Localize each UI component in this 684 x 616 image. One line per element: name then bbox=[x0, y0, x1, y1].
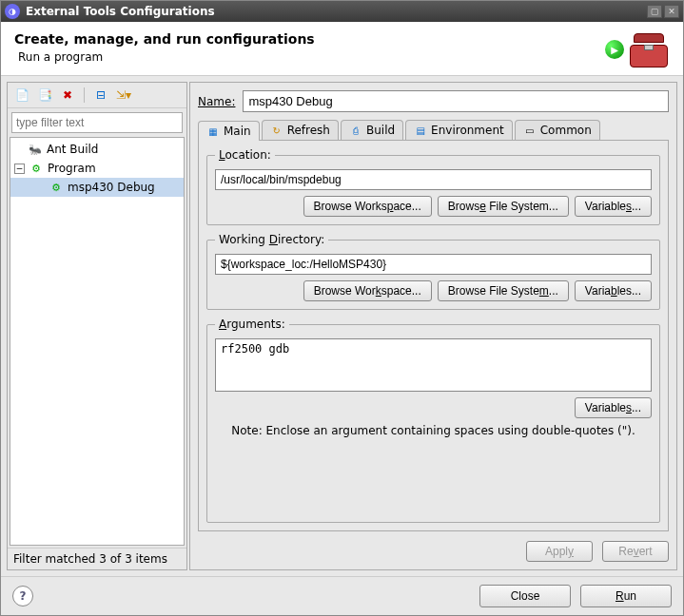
name-input[interactable] bbox=[243, 90, 669, 112]
apply-button[interactable]: Apply bbox=[526, 541, 593, 562]
window-title: External Tools Configurations bbox=[26, 5, 645, 18]
location-group: Location: Browse Workspace... Browse Fil… bbox=[206, 148, 660, 225]
name-row: Name: bbox=[198, 90, 669, 112]
workdir-browse-workspace-button[interactable]: Browse Workspace... bbox=[303, 280, 432, 301]
arguments-group: Arguments: Variables... Note: Enclose an… bbox=[206, 318, 660, 523]
working-dir-buttons: Browse Workspace... Browse File System..… bbox=[215, 280, 652, 301]
tab-label: Environment bbox=[431, 124, 504, 137]
arguments-note: Note: Enclose an argument containing spa… bbox=[215, 424, 652, 437]
program-child-icon: ⚙ bbox=[49, 180, 64, 195]
dialog-header: Create, manage, and run configurations R… bbox=[1, 22, 683, 76]
location-input[interactable] bbox=[215, 169, 652, 190]
footer-buttons: Close Run bbox=[479, 585, 672, 607]
build-tab-icon: ⎙ bbox=[349, 124, 362, 137]
dialog-window: ◑ External Tools Configurations ▢ ✕ Crea… bbox=[0, 0, 684, 616]
titlebar: ◑ External Tools Configurations ▢ ✕ bbox=[1, 1, 683, 22]
program-icon: ⚙ bbox=[29, 161, 44, 176]
revert-button[interactable]: Revert bbox=[602, 541, 669, 562]
config-tree: 🐜 Ant Build − ⚙ Program ⚙ msp430 Debug bbox=[10, 137, 185, 546]
tab-build[interactable]: ⎙ Build bbox=[341, 120, 403, 140]
minimize-button[interactable]: ▢ bbox=[647, 5, 662, 18]
common-tab-icon: ▭ bbox=[523, 124, 537, 137]
toolbox-icon bbox=[628, 31, 670, 67]
tab-refresh[interactable]: ↻ Refresh bbox=[262, 120, 339, 140]
tab-label: Common bbox=[540, 124, 592, 137]
left-toolbar: 📄 📑 ✖ ⊟ ⇲▾ bbox=[8, 83, 186, 108]
tree-toggle-icon[interactable]: − bbox=[14, 164, 25, 174]
new-config-button[interactable]: 📄 bbox=[13, 87, 30, 104]
working-dir-input[interactable] bbox=[215, 254, 652, 275]
tab-content-main: Location: Browse Workspace... Browse Fil… bbox=[198, 141, 669, 531]
working-dir-legend: Working Directory: bbox=[215, 233, 328, 246]
arguments-buttons: Variables... bbox=[215, 397, 652, 418]
main-tab-icon: ▦ bbox=[206, 125, 220, 138]
tree-item-ant-build[interactable]: 🐜 Ant Build bbox=[10, 140, 184, 159]
run-button[interactable]: Run bbox=[580, 585, 672, 607]
toolbar-separator bbox=[84, 87, 85, 103]
tree-label: msp430 Debug bbox=[68, 181, 155, 194]
environment-tab-icon: ▤ bbox=[414, 124, 427, 137]
filter-status: Filter matched 3 of 3 items bbox=[8, 548, 186, 569]
app-icon: ◑ bbox=[5, 4, 20, 19]
working-dir-group: Working Directory: Browse Workspace... B… bbox=[206, 233, 660, 310]
tab-bar: ▦ Main ↻ Refresh ⎙ Build ▤ Environment ▭ bbox=[198, 120, 669, 141]
ant-icon: 🐜 bbox=[28, 142, 43, 157]
tab-main[interactable]: ▦ Main bbox=[198, 121, 260, 141]
header-text: Create, manage, and run configurations R… bbox=[14, 31, 605, 64]
tree-label: Ant Build bbox=[47, 143, 98, 156]
arguments-legend: Arguments: bbox=[215, 318, 289, 331]
tree-label: Program bbox=[48, 162, 96, 175]
filter-menu-button[interactable]: ⇲▾ bbox=[115, 87, 132, 104]
location-browse-workspace-button[interactable]: Browse Workspace... bbox=[303, 196, 432, 217]
location-buttons: Browse Workspace... Browse File System..… bbox=[215, 196, 652, 217]
help-button[interactable]: ? bbox=[12, 586, 33, 606]
duplicate-config-button[interactable]: 📑 bbox=[36, 87, 53, 104]
left-pane: 📄 📑 ✖ ⊟ ⇲▾ 🐜 Ant Build − ⚙ Program bbox=[7, 82, 187, 570]
collapse-all-button[interactable]: ⊟ bbox=[92, 87, 109, 104]
header-icons: ▶ bbox=[605, 31, 670, 67]
run-icon: ▶ bbox=[605, 40, 624, 59]
tab-common[interactable]: ▭ Common bbox=[515, 120, 600, 140]
delete-config-button[interactable]: ✖ bbox=[59, 87, 76, 104]
tab-environment[interactable]: ▤ Environment bbox=[405, 120, 513, 140]
name-label: Name: bbox=[198, 95, 235, 108]
dialog-body: 📄 📑 ✖ ⊟ ⇲▾ 🐜 Ant Build − ⚙ Program bbox=[1, 76, 683, 576]
apply-revert-row: Apply Revert bbox=[198, 541, 669, 562]
tab-label: Build bbox=[366, 124, 395, 137]
tree-item-program[interactable]: − ⚙ Program bbox=[10, 159, 184, 178]
close-button[interactable]: Close bbox=[479, 585, 571, 607]
workdir-variables-button[interactable]: Variables... bbox=[575, 280, 652, 301]
tree-item-msp430-debug[interactable]: ⚙ msp430 Debug bbox=[10, 178, 184, 197]
right-pane: Name: ▦ Main ↻ Refresh ⎙ Build ▤ bbox=[189, 82, 677, 570]
tab-label: Main bbox=[224, 125, 251, 138]
filter-input[interactable] bbox=[11, 112, 183, 133]
header-subtitle: Run a program bbox=[18, 50, 605, 64]
location-legend: Location: bbox=[215, 148, 275, 162]
arguments-variables-button[interactable]: Variables... bbox=[575, 397, 652, 418]
close-window-button[interactable]: ✕ bbox=[664, 5, 679, 18]
header-title: Create, manage, and run configurations bbox=[14, 31, 605, 47]
location-browse-filesystem-button[interactable]: Browse File System... bbox=[438, 196, 569, 217]
dialog-footer: ? Close Run bbox=[1, 576, 683, 615]
workdir-browse-filesystem-button[interactable]: Browse File System... bbox=[438, 280, 569, 301]
arguments-input[interactable] bbox=[215, 338, 652, 392]
location-variables-button[interactable]: Variables... bbox=[575, 196, 652, 217]
tab-label: Refresh bbox=[287, 124, 330, 137]
refresh-tab-icon: ↻ bbox=[270, 124, 283, 137]
